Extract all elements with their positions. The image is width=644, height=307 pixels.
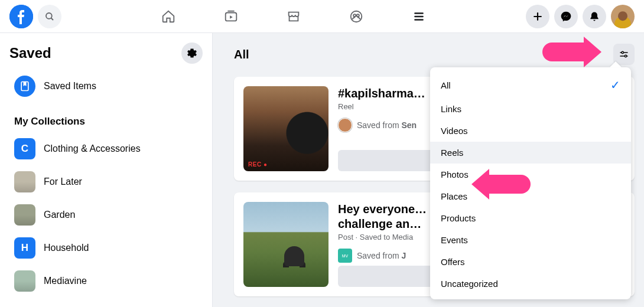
collection-label: Clothing & Accessories	[44, 143, 141, 154]
home-tab[interactable]	[161, 9, 176, 24]
svg-point-20	[625, 55, 626, 57]
mini-page-icon: MV	[338, 249, 352, 263]
filter-option-label: Uncategorized	[441, 279, 498, 289]
hamburger-icon	[411, 9, 427, 24]
annotation-arrow	[542, 37, 601, 67]
sidebar-title: Saved	[9, 45, 51, 61]
settings-button[interactable]	[181, 43, 203, 64]
collection-label: For Later	[44, 177, 82, 187]
card-thumbnail[interactable]	[243, 202, 328, 287]
filter-option-label: Photos	[441, 169, 469, 179]
collection-icon: H	[14, 237, 35, 259]
facebook-logo[interactable]	[9, 5, 33, 28]
saved-items-icon	[14, 76, 35, 97]
filter-option[interactable]: Offers	[430, 251, 631, 273]
collection-icon	[14, 204, 35, 226]
create-button[interactable]	[526, 5, 549, 28]
filter-option[interactable]: Events	[430, 229, 631, 251]
sidebar-collection[interactable]: CClothing & Accessories	[9, 132, 207, 165]
filter-option[interactable]: All✓	[430, 72, 631, 98]
sidebar-saved-items[interactable]: Saved Items	[9, 70, 207, 103]
messenger-button[interactable]	[554, 5, 578, 28]
sliders-icon	[619, 49, 629, 60]
sidebar-collection[interactable]: Garden	[9, 198, 207, 231]
filter-option-label: Offers	[441, 257, 465, 267]
messenger-icon	[560, 11, 572, 22]
bell-icon	[588, 11, 600, 22]
filter-option[interactable]: Reels	[430, 142, 631, 164]
collection-icon: C	[14, 138, 35, 159]
sidebar-section-label: My Collections	[9, 113, 207, 132]
filter-option[interactable]: Places	[430, 185, 631, 207]
top-nav	[0, 0, 644, 33]
gear-icon	[186, 47, 198, 59]
filter-dropdown: All✓LinksVideosReelsPhotosPlacesProducts…	[430, 67, 631, 299]
filter-option[interactable]: Products	[430, 207, 631, 229]
filter-option-label: Places	[441, 191, 467, 201]
filter-option-label: Reels	[441, 148, 463, 158]
see-more[interactable]: See more	[9, 301, 207, 307]
annotation-arrow	[471, 169, 531, 200]
search-button[interactable]	[38, 5, 61, 28]
sidebar-item-label: Saved Items	[44, 81, 96, 92]
mini-avatar	[338, 118, 352, 132]
sidebar-collection[interactable]: HHousehold	[9, 231, 207, 264]
play-rect-icon	[223, 9, 239, 24]
svg-point-7	[357, 14, 359, 17]
sidebar: Saved Saved Items My Collections CClothi…	[0, 33, 213, 307]
store-icon	[286, 9, 301, 24]
groups-tab[interactable]	[349, 9, 364, 24]
marketplace-tab[interactable]	[286, 9, 301, 24]
filter-option-label: All	[441, 80, 451, 90]
collection-label: Mediavine	[44, 276, 87, 286]
svg-line-2	[51, 18, 53, 20]
filter-option-label: Links	[441, 104, 461, 114]
svg-point-6	[353, 14, 356, 17]
filter-option[interactable]: Photos	[430, 164, 631, 185]
filter-option[interactable]: Uncategorized	[430, 273, 631, 295]
card-thumbnail[interactable]	[243, 86, 328, 171]
filter-option-label: Products	[441, 213, 476, 223]
main-title: All	[234, 48, 249, 61]
main: All #kapilsharma… Reel Saved from Sen Ad…	[213, 33, 644, 307]
filter-option-label: Events	[441, 235, 468, 245]
sidebar-collection[interactable]: Mediavine	[9, 264, 207, 298]
collection-label: Garden	[44, 210, 75, 220]
collection-icon	[14, 270, 35, 292]
filter-option[interactable]: Links	[430, 98, 631, 120]
collection-icon	[14, 171, 35, 192]
check-icon: ✓	[610, 78, 620, 92]
filter-option[interactable]: Videos	[430, 120, 631, 142]
menu-hamburger[interactable]	[411, 9, 427, 24]
groups-icon	[349, 9, 364, 24]
svg-point-5	[351, 11, 362, 22]
search-icon	[44, 11, 55, 22]
profile-avatar[interactable]	[611, 5, 635, 28]
filter-option-label: Videos	[441, 126, 468, 136]
home-icon	[161, 9, 176, 24]
notifications-button[interactable]	[583, 5, 606, 28]
collection-label: Household	[44, 243, 89, 253]
sidebar-collection[interactable]: For Later	[9, 165, 207, 198]
watch-tab[interactable]	[223, 9, 239, 24]
plus-icon	[532, 11, 544, 22]
svg-point-18	[622, 51, 623, 53]
